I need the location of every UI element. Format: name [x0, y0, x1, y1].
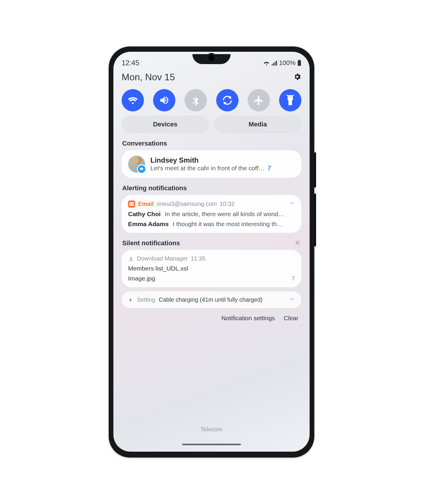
expand-email-button[interactable]: [289, 200, 295, 208]
download-notification[interactable]: Download Manager 11:35 Members list_UDL.…: [122, 250, 301, 287]
email-time: 10:32: [220, 201, 234, 207]
email-subject: I thought it was the most interesting th…: [173, 221, 283, 228]
svg-rect-1: [299, 60, 300, 61]
screen: 12:45 100% Mon, Nov 15: [113, 52, 310, 452]
toggle-airplane[interactable]: [248, 89, 270, 111]
gear-icon: [293, 73, 301, 81]
silent-title: Silent notifications: [122, 239, 180, 247]
svg-rect-0: [298, 60, 301, 66]
email-notification[interactable]: Email oneui3@samsung.com 10:32 Cathy Cho…: [122, 195, 301, 233]
conversation-text: Lindsey Smith Let's meet at the cafe in …: [150, 156, 295, 172]
email-subject: In the article, there were all kinds of …: [165, 211, 284, 218]
conversations-header: Conversations: [122, 140, 301, 147]
charging-source: Setting: [137, 296, 155, 303]
power-button: [314, 193, 316, 246]
devices-label: Devices: [153, 121, 177, 128]
status-right: 100%: [263, 59, 301, 67]
email-row: Emma Adams I thought it was the most int…: [128, 221, 295, 228]
email-meta: Email oneui3@samsung.com 10:32: [128, 200, 295, 208]
envelope-icon: [129, 202, 134, 206]
download-filename: Members list_UDL.xsl: [128, 265, 188, 272]
bluetooth-icon: [190, 95, 201, 106]
download-app-label: Download Manager: [137, 255, 188, 262]
bolt-icon: [128, 297, 133, 303]
notification-settings-link[interactable]: Notification settings: [221, 315, 275, 322]
download-filename: Image.jpg: [128, 275, 155, 282]
panel-footer: Notification settings Clear: [122, 315, 298, 322]
airplane-icon: [253, 95, 264, 106]
toggle-sound[interactable]: [153, 89, 175, 111]
rotate-icon: [221, 94, 233, 106]
wifi-icon: [127, 94, 139, 106]
download-icon: [128, 256, 134, 262]
chevron-down-icon: [289, 296, 295, 302]
volume-button: [314, 152, 316, 188]
phone-frame: 12:45 100% Mon, Nov 15: [109, 46, 314, 458]
conversation-count: 7: [268, 164, 271, 172]
media-button[interactable]: Media: [214, 116, 301, 133]
download-file: Image.jpg 7: [128, 275, 295, 282]
conversations-title: Conversations: [122, 140, 167, 147]
status-time: 12:45: [122, 59, 139, 67]
email-row: Cathy Choi In the article, there were al…: [128, 211, 295, 218]
toggle-autorotate[interactable]: [216, 89, 239, 111]
toggle-wifi[interactable]: [122, 89, 144, 111]
carrier-label: Telecom: [113, 426, 310, 433]
panel-header: Mon, Nov 15: [122, 72, 301, 83]
expand-charging-button[interactable]: [289, 296, 295, 303]
email-app-icon: [128, 201, 135, 208]
panel-shortcuts: Devices Media: [122, 116, 301, 133]
chat-icon: [140, 167, 144, 171]
charging-notification[interactable]: Setting Cable charging (41m until fully …: [122, 291, 301, 308]
toggle-bluetooth[interactable]: [184, 89, 207, 111]
conversation-sender: Lindsey Smith: [150, 156, 295, 164]
conversation-preview: Let's meet at the cafe in front of the c…: [150, 165, 265, 172]
download-file: Members list_UDL.xsl: [128, 265, 295, 272]
charging-text: Cable charging (41m until fully charged): [159, 296, 263, 303]
dismiss-silent-button[interactable]: [294, 239, 301, 247]
messages-app-badge: [137, 164, 146, 174]
alerting-title: Alerting notifications: [122, 184, 187, 192]
battery-status-icon: [297, 60, 301, 66]
quick-toggles: [122, 89, 301, 111]
email-account: oneui3@samsung.com: [157, 201, 217, 207]
download-meta: Download Manager 11:35: [128, 255, 295, 262]
email-sender: Emma Adams: [128, 221, 169, 228]
chevron-down-icon: [289, 200, 295, 206]
sound-icon: [158, 94, 170, 106]
silent-header: Silent notifications: [122, 239, 301, 247]
signal-status-icon: [271, 60, 277, 66]
download-count: 7: [291, 275, 295, 282]
download-time: 11:35: [191, 255, 205, 262]
avatar-wrap: [128, 156, 145, 173]
settings-button[interactable]: [293, 73, 301, 82]
toggle-flashlight[interactable]: [279, 89, 301, 111]
email-app-label: Email: [138, 201, 154, 207]
close-icon: [294, 239, 301, 246]
media-label: Media: [249, 121, 267, 128]
wifi-status-icon: [263, 60, 270, 66]
home-indicator[interactable]: [182, 444, 241, 445]
flashlight-icon: [285, 95, 296, 106]
devices-button[interactable]: Devices: [122, 116, 209, 133]
email-sender: Cathy Choi: [128, 211, 161, 218]
alerting-header: Alerting notifications: [122, 184, 301, 192]
clear-all-link[interactable]: Clear: [284, 315, 298, 322]
front-camera: [208, 55, 215, 61]
panel-date: Mon, Nov 15: [122, 72, 175, 83]
conversation-notification[interactable]: Lindsey Smith Let's meet at the cafe in …: [122, 150, 301, 178]
battery-percent: 100%: [279, 59, 296, 67]
